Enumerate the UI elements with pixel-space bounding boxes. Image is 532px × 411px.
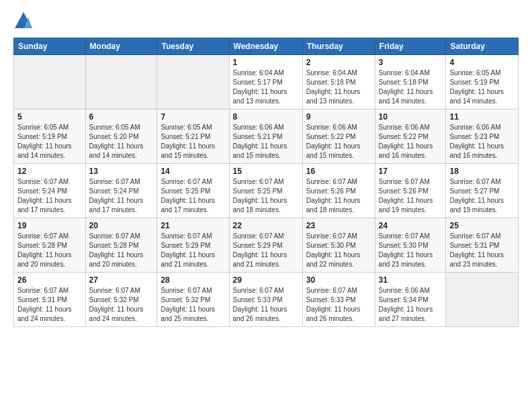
- day-number: 4: [449, 58, 515, 67]
- day-number: 7: [161, 112, 225, 122]
- day-number: 24: [379, 221, 443, 230]
- day-info: Sunrise: 6:05 AM Sunset: 5:19 PM Dayligh…: [17, 123, 82, 161]
- day-info: Sunrise: 6:07 AM Sunset: 5:26 PM Dayligh…: [306, 177, 371, 215]
- day-cell: 29Sunrise: 6:07 AM Sunset: 5:33 PM Dayli…: [229, 273, 302, 327]
- day-number: 31: [379, 275, 443, 285]
- page: SundayMondayTuesdayWednesdayThursdayFrid…: [0, 0, 532, 411]
- week-row-3: 12Sunrise: 6:07 AM Sunset: 5:24 PM Dayli…: [14, 164, 519, 218]
- weekday-header-row: SundayMondayTuesdayWednesdayThursdayFrid…: [14, 38, 519, 55]
- day-cell: 27Sunrise: 6:07 AM Sunset: 5:32 PM Dayli…: [85, 273, 157, 327]
- day-number: 29: [233, 275, 299, 285]
- day-number: 8: [233, 112, 299, 122]
- day-number: 17: [379, 167, 443, 176]
- weekday-header-thursday: Thursday: [302, 38, 375, 55]
- day-number: 25: [449, 221, 515, 230]
- day-number: 28: [161, 275, 225, 285]
- day-number: 20: [89, 221, 154, 230]
- weekday-header-wednesday: Wednesday: [229, 38, 302, 55]
- day-cell: 10Sunrise: 6:06 AM Sunset: 5:22 PM Dayli…: [375, 109, 446, 164]
- day-number: 9: [306, 112, 371, 122]
- weekday-header-friday: Friday: [375, 38, 446, 55]
- week-row-4: 19Sunrise: 6:07 AM Sunset: 5:28 PM Dayli…: [14, 218, 519, 273]
- day-info: Sunrise: 6:06 AM Sunset: 5:22 PM Dayligh…: [379, 123, 443, 161]
- day-cell: 25Sunrise: 6:07 AM Sunset: 5:31 PM Dayli…: [446, 218, 519, 273]
- weekday-header-tuesday: Tuesday: [157, 38, 229, 55]
- day-info: Sunrise: 6:07 AM Sunset: 5:33 PM Dayligh…: [233, 286, 299, 324]
- day-cell: 14Sunrise: 6:07 AM Sunset: 5:25 PM Dayli…: [157, 164, 229, 218]
- day-info: Sunrise: 6:06 AM Sunset: 5:34 PM Dayligh…: [379, 286, 443, 324]
- day-info: Sunrise: 6:07 AM Sunset: 5:29 PM Dayligh…: [233, 232, 299, 269]
- day-info: Sunrise: 6:07 AM Sunset: 5:32 PM Dayligh…: [161, 286, 225, 324]
- day-number: 13: [89, 167, 154, 176]
- day-info: Sunrise: 6:05 AM Sunset: 5:19 PM Dayligh…: [449, 68, 515, 106]
- day-cell: 18Sunrise: 6:07 AM Sunset: 5:27 PM Dayli…: [446, 164, 519, 218]
- day-number: 30: [306, 275, 371, 285]
- day-number: 10: [379, 112, 443, 122]
- day-cell: 15Sunrise: 6:07 AM Sunset: 5:25 PM Dayli…: [229, 164, 302, 218]
- day-number: 26: [17, 275, 82, 285]
- week-row-5: 26Sunrise: 6:07 AM Sunset: 5:31 PM Dayli…: [14, 273, 519, 327]
- day-info: Sunrise: 6:07 AM Sunset: 5:25 PM Dayligh…: [233, 177, 299, 215]
- day-number: 19: [17, 221, 82, 230]
- day-cell: 30Sunrise: 6:07 AM Sunset: 5:33 PM Dayli…: [302, 273, 375, 327]
- day-cell: 16Sunrise: 6:07 AM Sunset: 5:26 PM Dayli…: [302, 164, 375, 218]
- day-cell: 24Sunrise: 6:07 AM Sunset: 5:30 PM Dayli…: [375, 218, 446, 273]
- week-row-1: 1Sunrise: 6:04 AM Sunset: 5:17 PM Daylig…: [14, 55, 519, 109]
- day-info: Sunrise: 6:07 AM Sunset: 5:25 PM Dayligh…: [161, 177, 225, 215]
- day-cell: 26Sunrise: 6:07 AM Sunset: 5:31 PM Dayli…: [14, 273, 86, 327]
- day-cell: 17Sunrise: 6:07 AM Sunset: 5:26 PM Dayli…: [375, 164, 446, 218]
- day-number: 23: [306, 221, 371, 230]
- day-info: Sunrise: 6:05 AM Sunset: 5:20 PM Dayligh…: [89, 123, 154, 161]
- day-cell: 2Sunrise: 6:04 AM Sunset: 5:18 PM Daylig…: [302, 55, 375, 109]
- day-cell: 1Sunrise: 6:04 AM Sunset: 5:17 PM Daylig…: [229, 55, 302, 109]
- day-info: Sunrise: 6:07 AM Sunset: 5:26 PM Dayligh…: [379, 177, 443, 215]
- day-cell: 6Sunrise: 6:05 AM Sunset: 5:20 PM Daylig…: [85, 109, 157, 164]
- day-info: Sunrise: 6:07 AM Sunset: 5:32 PM Dayligh…: [89, 286, 154, 324]
- calendar: SundayMondayTuesdayWednesdayThursdayFrid…: [13, 38, 519, 327]
- day-number: 3: [379, 58, 443, 67]
- day-info: Sunrise: 6:07 AM Sunset: 5:24 PM Dayligh…: [89, 177, 154, 215]
- day-number: 2: [306, 58, 371, 67]
- day-cell: 9Sunrise: 6:06 AM Sunset: 5:22 PM Daylig…: [302, 109, 375, 164]
- day-info: Sunrise: 6:06 AM Sunset: 5:23 PM Dayligh…: [449, 123, 515, 161]
- day-info: Sunrise: 6:07 AM Sunset: 5:24 PM Dayligh…: [17, 177, 82, 215]
- day-info: Sunrise: 6:06 AM Sunset: 5:22 PM Dayligh…: [306, 123, 371, 161]
- day-cell: 20Sunrise: 6:07 AM Sunset: 5:28 PM Dayli…: [85, 218, 157, 273]
- day-cell: 13Sunrise: 6:07 AM Sunset: 5:24 PM Dayli…: [85, 164, 157, 218]
- day-cell: 28Sunrise: 6:07 AM Sunset: 5:32 PM Dayli…: [157, 273, 229, 327]
- day-cell: 3Sunrise: 6:04 AM Sunset: 5:18 PM Daylig…: [375, 55, 446, 109]
- day-number: 12: [17, 167, 82, 176]
- day-cell: [85, 55, 157, 109]
- day-number: 1: [233, 58, 299, 67]
- day-cell: 11Sunrise: 6:06 AM Sunset: 5:23 PM Dayli…: [446, 109, 519, 164]
- day-info: Sunrise: 6:07 AM Sunset: 5:30 PM Dayligh…: [379, 232, 443, 269]
- day-info: Sunrise: 6:07 AM Sunset: 5:28 PM Dayligh…: [17, 232, 82, 269]
- day-number: 27: [89, 275, 154, 285]
- day-info: Sunrise: 6:07 AM Sunset: 5:30 PM Dayligh…: [306, 232, 371, 269]
- day-number: 5: [17, 112, 82, 122]
- week-row-2: 5Sunrise: 6:05 AM Sunset: 5:19 PM Daylig…: [14, 109, 519, 164]
- day-info: Sunrise: 6:06 AM Sunset: 5:21 PM Dayligh…: [233, 123, 299, 161]
- weekday-header-sunday: Sunday: [14, 38, 86, 55]
- day-number: 11: [449, 112, 515, 122]
- day-number: 22: [233, 221, 299, 230]
- day-cell: 12Sunrise: 6:07 AM Sunset: 5:24 PM Dayli…: [14, 164, 86, 218]
- weekday-header-monday: Monday: [85, 38, 157, 55]
- day-cell: 8Sunrise: 6:06 AM Sunset: 5:21 PM Daylig…: [229, 109, 302, 164]
- day-info: Sunrise: 6:04 AM Sunset: 5:18 PM Dayligh…: [306, 68, 371, 106]
- day-cell: [446, 273, 519, 327]
- day-cell: [14, 55, 86, 109]
- day-number: 15: [233, 167, 299, 176]
- day-number: 21: [161, 221, 225, 230]
- day-info: Sunrise: 6:07 AM Sunset: 5:31 PM Dayligh…: [17, 286, 82, 324]
- day-cell: 21Sunrise: 6:07 AM Sunset: 5:29 PM Dayli…: [157, 218, 229, 273]
- day-cell: [157, 55, 229, 109]
- day-number: 6: [89, 112, 154, 122]
- header: [13, 11, 519, 31]
- day-cell: 23Sunrise: 6:07 AM Sunset: 5:30 PM Dayli…: [302, 218, 375, 273]
- day-info: Sunrise: 6:07 AM Sunset: 5:29 PM Dayligh…: [161, 232, 225, 269]
- day-cell: 4Sunrise: 6:05 AM Sunset: 5:19 PM Daylig…: [446, 55, 519, 109]
- day-cell: 19Sunrise: 6:07 AM Sunset: 5:28 PM Dayli…: [14, 218, 86, 273]
- day-cell: 31Sunrise: 6:06 AM Sunset: 5:34 PM Dayli…: [375, 273, 446, 327]
- day-cell: 5Sunrise: 6:05 AM Sunset: 5:19 PM Daylig…: [14, 109, 86, 164]
